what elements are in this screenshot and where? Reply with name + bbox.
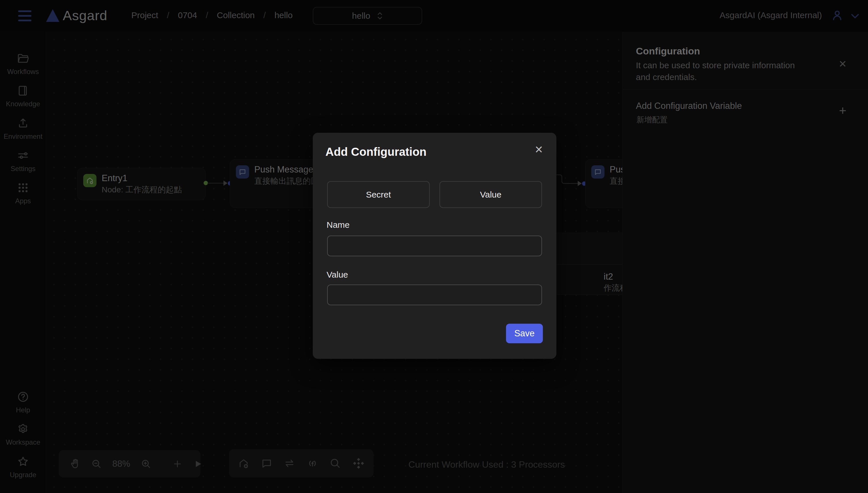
modal-close-icon[interactable]: ✕ xyxy=(531,143,546,157)
save-button[interactable]: Save xyxy=(506,324,543,343)
app-root: Entry1 Node: 工作流程的起點 Push Message3 直接輸出訊… xyxy=(0,0,868,493)
tab-secret[interactable]: Secret xyxy=(327,181,430,208)
name-input[interactable] xyxy=(327,236,542,256)
value-input[interactable] xyxy=(327,284,542,305)
add-configuration-modal: Add Configuration ✕ Secret Value Name Va… xyxy=(313,133,557,359)
modal-title: Add Configuration xyxy=(325,145,427,158)
tab-value[interactable]: Value xyxy=(439,181,542,208)
name-field-label: Name xyxy=(327,220,350,230)
value-field-label: Value xyxy=(327,270,348,280)
config-type-tabs: Secret Value xyxy=(327,181,542,208)
